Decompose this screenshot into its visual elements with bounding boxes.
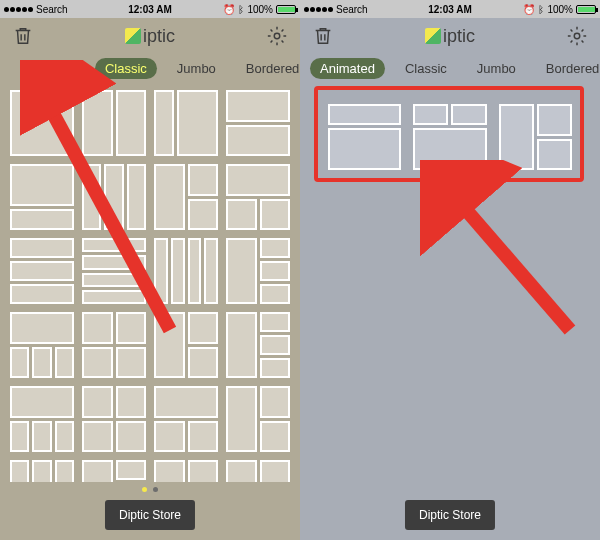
annotation-arrow-icon — [420, 160, 590, 350]
alarm-icon: ⏰ — [223, 4, 235, 15]
alarm-icon: ⏰ — [523, 4, 535, 15]
svg-line-3 — [442, 182, 570, 330]
battery-percent: 100% — [547, 4, 573, 15]
template-thumb[interactable] — [10, 90, 74, 156]
screenshot-right: Search 12:03 AM ⏰ ᛒ 100% iptic Animated … — [300, 0, 600, 540]
template-thumb[interactable] — [499, 104, 572, 170]
template-thumb[interactable] — [328, 104, 401, 170]
bluetooth-icon: ᛒ — [238, 4, 244, 15]
template-thumb[interactable] — [154, 238, 218, 304]
template-thumb[interactable] — [226, 312, 290, 378]
tab-jumbo[interactable]: Jumbo — [167, 58, 226, 79]
tab-jumbo[interactable]: Jumbo — [467, 58, 526, 79]
diptic-store-button[interactable]: Diptic Store — [405, 500, 495, 530]
svg-point-0 — [274, 33, 280, 39]
status-bar: Search 12:03 AM ⏰ ᛒ 100% — [0, 0, 300, 18]
svg-point-2 — [574, 33, 580, 39]
template-thumb[interactable] — [154, 164, 218, 230]
bluetooth-icon: ᛒ — [538, 4, 544, 15]
page-indicator — [142, 487, 158, 492]
template-thumb[interactable] — [226, 460, 290, 482]
app-logo-icon — [425, 28, 441, 44]
tab-animated[interactable]: Animated — [10, 58, 85, 79]
template-thumb[interactable] — [82, 312, 146, 378]
tab-animated[interactable]: Animated — [310, 58, 385, 79]
template-thumb[interactable] — [154, 460, 218, 482]
template-thumb[interactable] — [154, 90, 218, 156]
category-tabs: Animated Classic Jumbo Bordered Fancy Fr — [0, 54, 300, 82]
template-thumb[interactable] — [82, 90, 146, 156]
signal-dots-icon — [304, 7, 333, 12]
back-to-search-label[interactable]: Search — [336, 4, 368, 15]
title-bar: iptic — [300, 18, 600, 54]
template-thumb[interactable] — [82, 460, 146, 482]
template-thumb[interactable] — [226, 386, 290, 452]
battery-percent: 100% — [247, 4, 273, 15]
battery-icon — [576, 5, 596, 14]
template-thumb[interactable] — [226, 90, 290, 156]
screenshot-left: Search 12:03 AM ⏰ ᛒ 100% iptic Animated — [0, 0, 300, 540]
signal-dots-icon — [4, 7, 33, 12]
template-thumb[interactable] — [82, 386, 146, 452]
battery-icon — [276, 5, 296, 14]
template-thumb[interactable] — [82, 164, 146, 230]
template-thumb[interactable] — [413, 104, 486, 170]
clock-time: 12:03 AM — [428, 4, 472, 15]
template-thumb[interactable] — [10, 312, 74, 378]
template-thumb[interactable] — [154, 386, 218, 452]
trash-icon[interactable] — [312, 25, 334, 47]
tab-classic[interactable]: Classic — [95, 58, 157, 79]
template-thumb[interactable] — [10, 238, 74, 304]
title-bar: iptic — [0, 18, 300, 54]
clock-time: 12:03 AM — [128, 4, 172, 15]
tab-bordered[interactable]: Bordered — [236, 58, 300, 79]
category-tabs: Animated Classic Jumbo Bordered Fancy Fr — [300, 54, 600, 82]
back-to-search-label[interactable]: Search — [36, 4, 68, 15]
page-dot-icon — [153, 487, 158, 492]
template-thumb[interactable] — [82, 238, 146, 304]
template-grid — [0, 82, 300, 482]
template-thumb[interactable] — [154, 312, 218, 378]
diptic-store-button[interactable]: Diptic Store — [105, 500, 195, 530]
app-title: iptic — [425, 26, 475, 47]
status-bar: Search 12:03 AM ⏰ ᛒ 100% — [300, 0, 600, 18]
template-thumb[interactable] — [226, 164, 290, 230]
settings-gear-icon[interactable] — [266, 25, 288, 47]
tab-classic[interactable]: Classic — [395, 58, 457, 79]
settings-gear-icon[interactable] — [566, 25, 588, 47]
template-thumb[interactable] — [226, 238, 290, 304]
app-title: iptic — [125, 26, 175, 47]
template-thumb[interactable] — [10, 164, 74, 230]
trash-icon[interactable] — [12, 25, 34, 47]
template-row — [312, 88, 588, 186]
app-logo-icon — [125, 28, 141, 44]
page-dot-icon — [142, 487, 147, 492]
template-thumb[interactable] — [10, 386, 74, 452]
template-thumb[interactable] — [10, 460, 74, 482]
tab-bordered[interactable]: Bordered — [536, 58, 600, 79]
